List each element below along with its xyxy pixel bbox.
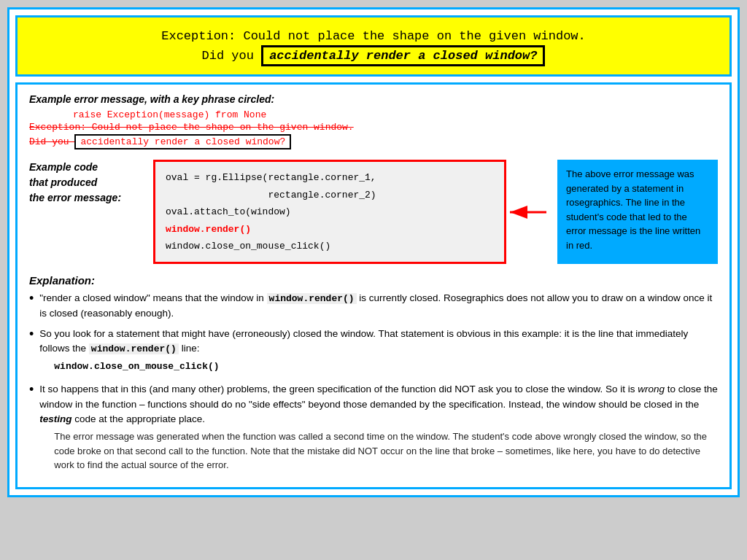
header-highlight: accidentally render a closed window?	[261, 45, 545, 66]
bullet1-code: window.render()	[267, 293, 357, 304]
code-section-label: Example code that produced the error mes…	[29, 160, 146, 264]
code-red-line: window.render()	[166, 224, 251, 235]
bullet-list: • "render a closed window" means that th…	[29, 291, 718, 472]
bullet3-text3: code at the appropriate place.	[72, 413, 205, 424]
label-line3: the error message:	[29, 190, 146, 206]
header-line1: Exception: Could not place the shape on …	[32, 26, 715, 46]
bullet-content-1: "render a closed window" means that the …	[39, 291, 718, 321]
outer-wrapper: Exception: Could not place the shape on …	[7, 7, 740, 497]
arrow-container	[506, 201, 550, 223]
code-line-5: window.close_on_mouse_click()	[166, 238, 494, 254]
bullet2-code: window.render()	[89, 343, 179, 354]
code-and-arrow: oval = rg.Ellipse(rectangle.corner_1, re…	[153, 160, 550, 264]
arrow-icon	[506, 201, 550, 223]
bullet-content-3: It so happens that in this (and many oth…	[39, 382, 718, 472]
label-line1: Example code	[29, 160, 146, 175]
error-line3: Did you accidentally render a closed win…	[29, 133, 718, 149]
header-box: Exception: Could not place the shape on …	[15, 15, 732, 77]
code-box: oval = rg.Ellipse(rectangle.corner_1, re…	[153, 160, 506, 264]
bullet-item-2: • So you look for a statement that might…	[29, 327, 718, 376]
error-line2: Exception: Could not place the shape on …	[29, 120, 718, 133]
explanation-title: Explanation:	[29, 274, 718, 287]
bullet3-bold-italic: testing	[39, 413, 71, 424]
bullet3-italic: wrong	[638, 384, 665, 394]
middle-section: Example code that produced the error mes…	[29, 160, 718, 264]
code-line-4: window.render()	[166, 221, 494, 238]
code-line-3: oval.attach_to(window)	[166, 203, 494, 220]
indented-note: The error message was generated when the…	[54, 429, 718, 472]
code-line-1: oval = rg.Ellipse(rectangle.corner_1,	[166, 169, 494, 186]
bullet3-text1: It so happens that in this (and many oth…	[39, 384, 638, 394]
label-line2: that produced	[29, 175, 146, 190]
bullet-dot-2: •	[29, 327, 34, 376]
blue-box: The above error message was generated by…	[557, 160, 718, 264]
code-line-2: rectangle.corner_2)	[166, 187, 494, 203]
error-line3-pre: Did you	[29, 136, 74, 147]
main-box: Example error message, with a key phrase…	[15, 82, 732, 489]
error-phrase-box: accidentally render a closed window?	[74, 134, 291, 149]
example-label: Example error message, with a key phrase…	[29, 93, 718, 105]
bullet-dot-3: •	[29, 382, 34, 472]
explanation-section: Explanation: • "render a closed window" …	[29, 274, 718, 472]
bullet2-block-code: window.close_on_mouse_click()	[54, 359, 718, 374]
bullet-item-1: • "render a closed window" means that th…	[29, 291, 718, 321]
bullet-dot-1: •	[29, 291, 34, 321]
header-line2: Did you accidentally render a closed win…	[32, 46, 715, 66]
bullet-item-3: • It so happens that in this (and many o…	[29, 382, 718, 472]
bullet1-text1: "render a closed window" means that the …	[39, 292, 266, 303]
error-line2-text: Exception: Could not place the shape on …	[29, 122, 354, 133]
error-line1: raise Exception(message) from None	[73, 109, 718, 120]
header-pre-text: Did you	[202, 49, 262, 63]
bullet-content-2: So you look for a statement that might h…	[39, 327, 718, 376]
bullet2-text2: line:	[179, 343, 200, 354]
